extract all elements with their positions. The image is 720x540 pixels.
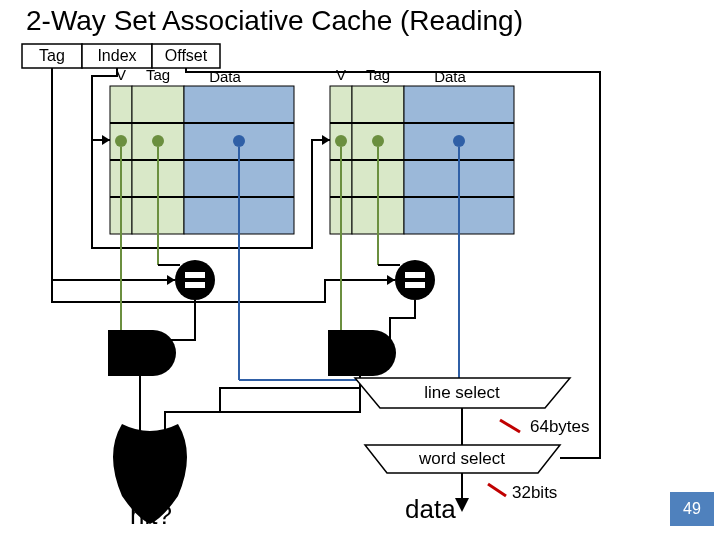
word-bits-label: 32bits [512, 483, 557, 502]
svg-rect-30 [185, 272, 205, 278]
svg-point-17 [233, 135, 245, 147]
way-0: V Tag Data [110, 66, 294, 234]
svg-point-33 [395, 260, 435, 300]
word-select-mux: word select [365, 445, 560, 473]
svg-rect-35 [405, 282, 425, 288]
tag-bus-branch [52, 280, 395, 302]
word-select-label: word select [418, 449, 505, 468]
svg-marker-32 [167, 275, 175, 285]
line-out-wire: 64bytes [462, 408, 590, 445]
way1-v-hdr: V [336, 66, 346, 83]
addr-index-label: Index [97, 47, 136, 64]
svg-line-45 [488, 484, 506, 496]
line-select-mux: line select [355, 378, 570, 408]
way0-data-hdr: Data [209, 68, 241, 85]
svg-rect-34 [405, 272, 425, 278]
svg-point-29 [175, 260, 215, 300]
way1-data-hdr: Data [434, 68, 466, 85]
addr-tag-label: Tag [39, 47, 65, 64]
svg-point-18 [335, 135, 347, 147]
way-1: V Tag Data [330, 66, 514, 234]
way0-tag-hdr: Tag [146, 66, 170, 83]
data-label: data [405, 494, 456, 524]
svg-point-15 [115, 135, 127, 147]
svg-marker-44 [455, 498, 469, 512]
svg-line-39 [500, 420, 520, 432]
svg-point-20 [453, 135, 465, 147]
addr-offset-label: Offset [165, 47, 208, 64]
way1-tag-hdr: Tag [366, 66, 390, 83]
hit-label: hit? [130, 500, 172, 530]
svg-rect-31 [185, 282, 205, 288]
svg-marker-22 [322, 135, 330, 145]
cache-diagram: 2-Way Set Associative Cache (Reading) Ta… [0, 0, 720, 540]
slide-number-badge: 49 [670, 492, 714, 526]
line-select-label: line select [424, 383, 500, 402]
address-register: Tag Index Offset [22, 44, 220, 68]
line-bits-label: 64bytes [530, 417, 590, 436]
data-output: data 32bits [405, 473, 557, 524]
svg-point-19 [372, 135, 384, 147]
svg-marker-36 [387, 275, 395, 285]
slide-number: 49 [683, 500, 701, 517]
svg-marker-21 [102, 135, 110, 145]
svg-point-16 [152, 135, 164, 147]
hit-output: hit? [130, 494, 172, 530]
page-title: 2-Way Set Associative Cache (Reading) [26, 5, 523, 36]
